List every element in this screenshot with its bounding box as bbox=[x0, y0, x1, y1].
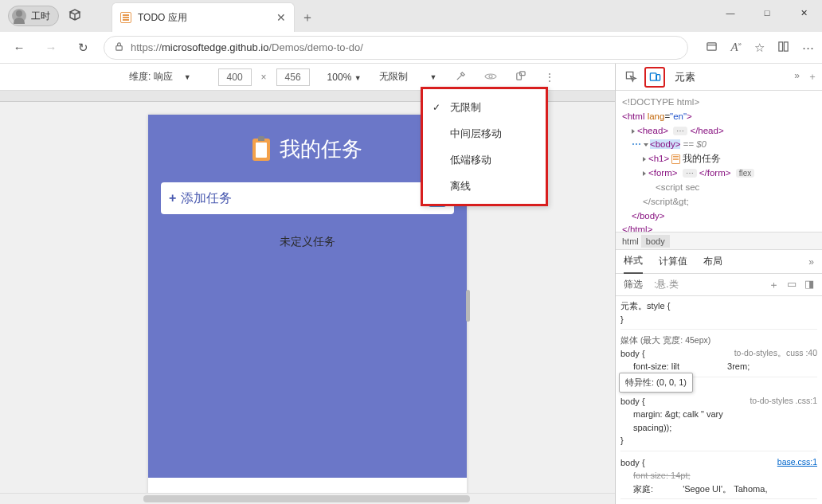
horizontal-scrollbar[interactable] bbox=[0, 493, 615, 504]
times-label: × bbox=[261, 72, 267, 83]
devtools-tabstrip: 元素 » ＋ bbox=[616, 64, 822, 91]
window-minimize-button[interactable]: — bbox=[712, 0, 749, 25]
svg-rect-8 bbox=[650, 73, 656, 80]
viewport-resize-handle[interactable] bbox=[466, 290, 470, 322]
styles-overflow-icon[interactable]: » bbox=[808, 256, 814, 268]
dimensions-dropdown-icon[interactable]: ▼ bbox=[184, 73, 191, 81]
filter-input[interactable]: 筛选 bbox=[624, 278, 643, 291]
breadcrumb[interactable]: html body bbox=[616, 232, 822, 250]
inspect-element-icon[interactable] bbox=[620, 67, 641, 88]
devtools-panel: 元素 » ＋ <!DOCTYPE html> <html lang="en"> … bbox=[616, 64, 822, 504]
read-aloud-icon[interactable]: A» bbox=[730, 41, 742, 55]
visibility-icon[interactable] bbox=[484, 71, 497, 84]
height-input[interactable] bbox=[276, 68, 310, 86]
window-close-button[interactable]: ✕ bbox=[785, 0, 822, 25]
svg-rect-5 bbox=[516, 72, 521, 79]
plus-icon: + bbox=[169, 191, 176, 205]
dom-html[interactable]: <html lang="en"> bbox=[622, 110, 816, 124]
url-text: https://microsoftedge.github.io/Demos/de… bbox=[131, 41, 363, 53]
zoom-dropdown[interactable]: 100% ▼ bbox=[327, 72, 362, 83]
styles-filter-row: 筛选 :悬.类 ＋ ▭ ◨ bbox=[616, 274, 822, 296]
workspaces-icon[interactable] bbox=[68, 9, 81, 24]
device-toolbar-more-icon[interactable]: ⋮ bbox=[544, 71, 555, 84]
svg-rect-9 bbox=[656, 75, 660, 81]
throttle-option-lowend[interactable]: 低端移动 bbox=[423, 147, 546, 173]
back-button[interactable]: ← bbox=[8, 37, 30, 59]
crumb-html[interactable]: html bbox=[622, 236, 639, 246]
crumb-body[interactable]: body bbox=[641, 235, 670, 248]
new-tab-icon[interactable]: ＋ bbox=[808, 70, 817, 84]
profile-button[interactable]: 工时 bbox=[8, 6, 59, 26]
styles-pane[interactable]: 元素。style { } 媒体 (最大 宽度: 45epx) to-do-sty… bbox=[616, 296, 822, 504]
dom-h1[interactable]: <h1>我的任务 bbox=[622, 152, 816, 166]
dom-form[interactable]: <form> ⋯ </form> flex bbox=[622, 166, 816, 181]
add-task-placeholder: 添加任务 bbox=[181, 190, 232, 207]
rule-element-style[interactable]: 元素。style { } bbox=[620, 299, 817, 330]
device-frame: 我的任务 + 添加任务 ➜ 未定义任务 bbox=[148, 115, 467, 504]
rule-body-3[interactable]: base.css:1 body { font size: 14pt; 家庭: '… bbox=[620, 456, 817, 500]
new-rule-icon[interactable]: ＋ bbox=[769, 278, 779, 292]
emulated-viewport: 无限制 中间层移动 低端移动 离线 我的任务 + 添加任务 bbox=[0, 91, 615, 504]
svg-point-4 bbox=[489, 75, 492, 78]
throttle-option-none[interactable]: 无限制 bbox=[423, 94, 546, 120]
forward-button: → bbox=[40, 37, 62, 59]
eyedropper-icon[interactable] bbox=[455, 70, 467, 84]
throttle-option-midtier[interactable]: 中间层移动 bbox=[423, 120, 546, 147]
styles-tabstrip: 样式 计算值 布局 » bbox=[616, 250, 822, 274]
collections-icon[interactable] bbox=[777, 41, 789, 55]
favorites-icon[interactable]: ☆ bbox=[754, 41, 765, 55]
dom-head[interactable]: <head> ⋯ </head> bbox=[622, 124, 816, 139]
throttle-dropdown[interactable]: 无限制▼ bbox=[379, 70, 437, 84]
tab-layout[interactable]: 布局 bbox=[703, 255, 722, 268]
throttle-menu: 无限制 中间层移动 低端移动 离线 bbox=[421, 87, 548, 206]
dom-script[interactable]: <script sec bbox=[622, 181, 816, 195]
svg-rect-3 bbox=[784, 41, 788, 50]
tab-styles[interactable]: 样式 bbox=[624, 250, 643, 274]
todo-app: 我的任务 + 添加任务 ➜ 未定义任务 bbox=[148, 115, 467, 478]
page-favicon-icon bbox=[120, 12, 131, 23]
refresh-button[interactable]: ↻ bbox=[72, 37, 94, 59]
rule-body-2[interactable]: to-do-styles .css:1 body { margin: &gt; … bbox=[620, 395, 817, 451]
dom-body-close[interactable]: </body> bbox=[622, 209, 816, 224]
media-query: 媒体 (最大 宽度: 45epx) bbox=[620, 334, 817, 347]
svg-rect-2 bbox=[779, 41, 783, 50]
throttle-option-offline[interactable]: 离线 bbox=[423, 173, 546, 199]
lock-icon bbox=[114, 41, 124, 54]
dom-doctype[interactable]: <!DOCTYPE html> bbox=[622, 96, 816, 110]
computed-panel-icon[interactable]: ◨ bbox=[804, 278, 814, 292]
svg-rect-1 bbox=[707, 42, 716, 49]
dom-body[interactable]: ⋯<body> == $0 bbox=[622, 138, 816, 152]
tabs-overflow-icon[interactable]: » bbox=[794, 70, 800, 84]
tab-elements[interactable]: 元素 bbox=[668, 64, 702, 91]
clipboard-mini-icon bbox=[671, 154, 680, 164]
dimensions-label[interactable]: 维度: 响应 bbox=[129, 70, 173, 84]
app-install-icon[interactable] bbox=[706, 41, 718, 55]
app-title: 我的任务 bbox=[161, 135, 454, 163]
rotate-icon[interactable] bbox=[515, 70, 526, 84]
dom-tree[interactable]: <!DOCTYPE html> <html lang="en"> <head> … bbox=[616, 91, 822, 232]
avatar-icon bbox=[12, 9, 26, 23]
add-task-bar[interactable]: + 添加任务 ➜ bbox=[161, 182, 454, 214]
hov-button[interactable]: :悬.类 bbox=[654, 278, 679, 291]
browser-tab[interactable]: TODO 应用 ✕ bbox=[112, 2, 295, 32]
tab-computed[interactable]: 计算值 bbox=[659, 255, 687, 268]
new-tab-button[interactable]: ＋ bbox=[301, 10, 314, 26]
svg-rect-0 bbox=[116, 45, 122, 50]
tab-title: TODO 应用 bbox=[138, 11, 187, 25]
settings-more-icon[interactable]: ⋯ bbox=[802, 41, 814, 55]
dom-script-close[interactable]: </script&gt; bbox=[622, 195, 816, 209]
address-bar: ← → ↻ https://microsoftedge.github.io/De… bbox=[0, 32, 822, 64]
window-maximize-button[interactable]: □ bbox=[749, 0, 785, 25]
toggle-classes-icon[interactable]: ▭ bbox=[787, 278, 797, 292]
window-titlebar: 工时 TODO 应用 ✕ ＋ — □ ✕ bbox=[0, 0, 822, 32]
width-input[interactable] bbox=[218, 68, 252, 86]
specificity-tooltip: 特异性: (0, 0, 1) bbox=[619, 373, 693, 393]
device-toggle-icon[interactable] bbox=[644, 67, 665, 88]
profile-label: 工时 bbox=[31, 10, 50, 23]
device-emulation-pane: 维度: 响应 ▼ × 100% ▼ 无限制▼ ⋮ 无限制 中间层移动 低端移动 … bbox=[0, 64, 616, 504]
url-field[interactable]: https://microsoftedge.github.io/Demos/de… bbox=[104, 36, 688, 60]
dom-html-close[interactable]: </html> bbox=[622, 223, 816, 232]
tab-close-button[interactable]: ✕ bbox=[276, 11, 286, 24]
empty-state-label: 未定义任务 bbox=[161, 235, 454, 249]
clipboard-icon bbox=[252, 139, 270, 161]
